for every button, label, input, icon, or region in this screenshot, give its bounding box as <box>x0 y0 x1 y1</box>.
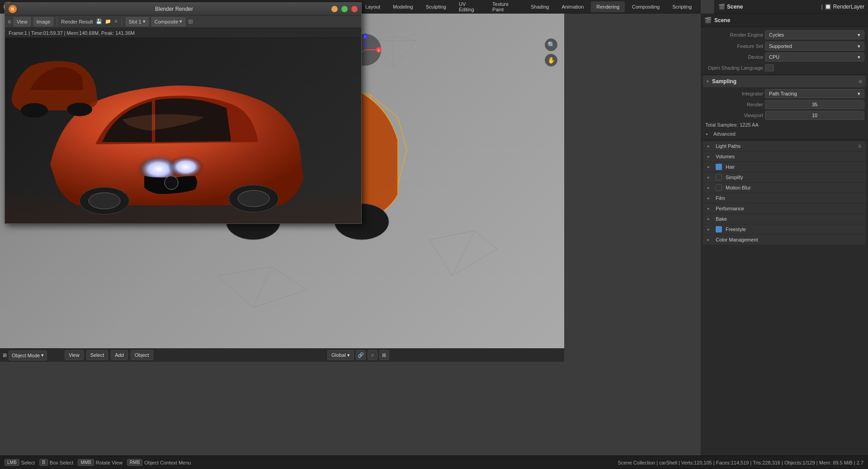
feature-set-value: Supported <box>769 43 792 49</box>
workspace-tab-uv-editing[interactable]: UV Editing <box>453 1 485 12</box>
view-label: View <box>17 19 28 24</box>
workspace-tabs: LayoutModelingSculptingUV EditingTexture… <box>356 0 701 14</box>
props-scene-title: Scene <box>714 17 730 24</box>
hair-header[interactable]: ▸ Hair <box>703 162 866 172</box>
film-header[interactable]: ▸ Film <box>703 193 866 203</box>
add-label: Add <box>115 352 124 358</box>
color-management-header[interactable]: ▸ Color Management <box>703 235 866 245</box>
object-context-label: Object Context Menu <box>144 460 191 465</box>
light-paths-header[interactable]: ▸ Light Paths ≡ <box>703 141 866 151</box>
viewport-left-bottom: ⊞ Object Mode ▾ <box>0 348 61 362</box>
performance-header[interactable]: ▸ Performance <box>703 204 866 213</box>
object-mode-label: Object Mode <box>12 353 40 358</box>
image-menu-btn[interactable]: Image <box>33 17 54 26</box>
global-dropdown[interactable]: Global ▾ <box>327 350 354 360</box>
workspace-tab-layout[interactable]: Layout <box>360 1 386 12</box>
light-paths-menu[interactable]: ≡ <box>858 143 861 149</box>
motion-blur-header[interactable]: ▸ Motion Blur <box>703 183 866 193</box>
feature-set-dropdown[interactable]: Supported ▾ <box>765 42 864 51</box>
composite-settings-icon[interactable]: ⊞ <box>188 18 193 25</box>
device-arrow: ▾ <box>858 54 860 60</box>
light-paths-label: Light Paths <box>716 143 741 149</box>
rotate-view-label: Rotate View <box>96 460 123 465</box>
move-nav-btn[interactable]: ✋ <box>545 54 557 66</box>
select-menu[interactable]: Select <box>86 350 108 360</box>
workspace-tab-rendering[interactable]: Rendering <box>591 1 625 12</box>
render-toolbar-icon[interactable]: ≡ <box>8 19 11 25</box>
workspace-tab-sculpting[interactable]: Sculpting <box>420 1 452 12</box>
workspace-tab-compositing[interactable]: Compositing <box>627 1 665 12</box>
workspace-tab-scripting[interactable]: Scripting <box>667 1 697 12</box>
sampling-expand-icon: ▾ <box>707 79 712 84</box>
bake-label: Bake <box>716 216 727 222</box>
bake-header[interactable]: ▸ Bake <box>703 214 866 224</box>
properties-panel: 🎬 Scene Render Engine Cycles ▾ Feature S… <box>701 14 868 455</box>
film-expand: ▸ <box>708 196 713 200</box>
renderlayer-icon: 🔲 <box>825 4 831 10</box>
workspace-tab-texture-paint[interactable]: Texture Paint <box>487 1 524 12</box>
feature-set-row: Feature Set Supported ▾ <box>701 41 868 52</box>
workspace-tab-animation[interactable]: Animation <box>556 1 589 12</box>
volumes-label: Volumes <box>716 154 735 159</box>
osl-checkbox[interactable] <box>765 64 774 71</box>
select-status-label: Select <box>21 460 35 465</box>
divider-2 <box>701 140 868 140</box>
sampling-section-header[interactable]: ▾ Sampling ≡ <box>703 76 866 87</box>
status-select: LMB Select <box>5 459 35 466</box>
freestyle-label: Freestyle <box>726 227 746 232</box>
status-bar: LMB Select B Box Select MMB Rotate View … <box>0 455 868 469</box>
render-result-save[interactable]: 💾 <box>96 19 102 24</box>
render-result-close[interactable]: ✕ <box>114 19 118 24</box>
render-engine-dropdown[interactable]: Cycles ▾ <box>765 30 864 39</box>
zoom-nav-btn[interactable]: 🔍 <box>545 38 557 51</box>
render-result-label: Render Result <box>61 19 93 24</box>
render-engine-label: Render Engine <box>704 32 763 38</box>
render-info-text: Frame:1 | Time:01:59.37 | Mem:140.68M, P… <box>9 30 135 36</box>
motion-blur-checkbox[interactable] <box>716 185 722 191</box>
composite-btn[interactable]: Composite ▾ <box>151 17 186 26</box>
motion-blur-expand: ▸ <box>708 185 713 190</box>
device-value: CPU <box>769 54 779 60</box>
svg-point-26 <box>67 103 92 116</box>
svg-line-5 <box>253 267 271 308</box>
integrator-dropdown[interactable]: Path Tracing ▾ <box>765 89 864 98</box>
device-dropdown[interactable]: CPU ▾ <box>765 52 864 62</box>
sampling-menu-icon[interactable]: ≡ <box>859 78 862 85</box>
maximize-button[interactable] <box>341 6 348 12</box>
advanced-row[interactable]: ▸ Advanced <box>701 129 868 139</box>
toolbar-sep-1 <box>57 17 57 26</box>
proportional-btn[interactable]: ○ <box>368 350 377 360</box>
render-result-folder[interactable]: 📁 <box>105 19 111 24</box>
object-mode-arrow: ▾ <box>41 352 44 358</box>
volumes-header[interactable]: ▸ Volumes <box>703 152 866 161</box>
object-menu[interactable]: Object <box>131 350 153 360</box>
add-menu[interactable]: Add <box>111 350 128 360</box>
simplify-header[interactable]: ▸ Simplify <box>703 172 866 182</box>
minimize-button[interactable] <box>331 6 338 12</box>
svg-point-19 <box>168 156 204 178</box>
close-button[interactable] <box>351 6 358 12</box>
view-menu-btn[interactable]: View <box>14 17 31 26</box>
slot-btn[interactable]: Slot 1 ▾ <box>126 17 149 26</box>
renderlayer-title: RenderLayer <box>833 4 864 10</box>
scene-info-text: Scene Collection | carShell | Verts:120,… <box>618 460 863 465</box>
viewport-nav: 🔍 ✋ <box>545 38 557 66</box>
feature-set-label: Feature Set <box>704 43 763 49</box>
workspace-tab-modeling[interactable]: Modeling <box>387 1 419 12</box>
snap-btn[interactable]: 🔗 <box>356 350 366 360</box>
integrator-arrow: ▾ <box>858 91 860 97</box>
render-window-logo: B <box>9 5 17 13</box>
freestyle-header[interactable]: ▸ Freestyle <box>703 224 866 234</box>
view-menu[interactable]: View <box>65 350 84 360</box>
grid-btn[interactable]: ⊞ <box>379 350 389 360</box>
object-mode-dropdown[interactable]: Object Mode ▾ <box>9 351 47 360</box>
rmb-key: RMB <box>127 459 142 466</box>
render-engine-value: Cycles <box>769 32 784 38</box>
props-scene-icon: 🎬 <box>704 17 712 24</box>
render-samples-value[interactable]: 35 <box>765 100 864 109</box>
mode-icon[interactable]: ⊞ <box>3 352 7 358</box>
viewport-samples-value[interactable]: 10 <box>765 111 864 120</box>
mmb-key: MMB <box>78 459 94 466</box>
simplify-checkbox[interactable] <box>716 174 722 180</box>
workspace-tab-shading[interactable]: Shading <box>525 1 554 12</box>
